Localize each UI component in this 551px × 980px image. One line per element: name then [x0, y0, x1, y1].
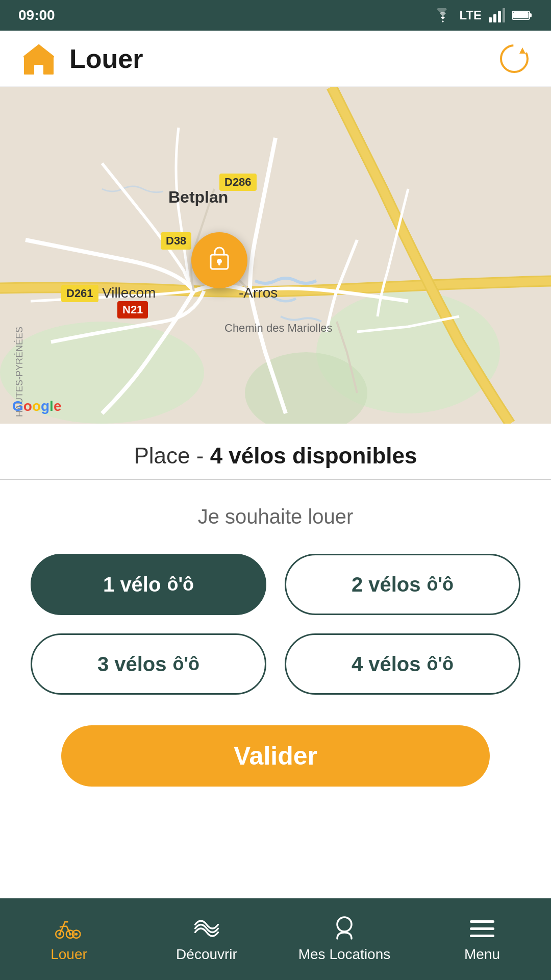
svg-point-8 — [501, 45, 528, 72]
velo-option-3[interactable]: 3 vélos ô'ô — [31, 633, 266, 695]
rental-section: Je souhaite louer 1 vélo ô'ô 2 vélos ô'ô… — [0, 480, 551, 807]
svg-marker-9 — [519, 47, 525, 54]
map-container[interactable]: D286 D38 D261 N21 Betplan Villecom -Arro… — [0, 87, 551, 424]
nav-label-louer: Louer — [51, 946, 87, 963]
lte-badge: LTE — [459, 8, 482, 22]
wifi-icon — [434, 8, 452, 22]
header: Louer — [0, 31, 551, 87]
rental-label: Je souhaite louer — [31, 505, 520, 528]
availability-section: Place - 4 vélos disponibles — [0, 424, 551, 480]
home-icon[interactable] — [20, 40, 57, 77]
nav-item-mes-locations[interactable]: Mes Locations — [276, 916, 413, 963]
availability-text: Place - 4 vélos disponibles — [134, 443, 417, 468]
nav-label-menu: Menu — [464, 946, 500, 963]
google-logo: Google — [12, 398, 61, 414]
valider-wrap: Valider — [31, 725, 520, 787]
svg-rect-0 — [489, 17, 492, 22]
svg-rect-1 — [493, 14, 496, 22]
header-left: Louer — [20, 40, 143, 77]
refresh-button[interactable] — [498, 42, 531, 75]
road-label-n21: N21 — [117, 301, 148, 318]
road-label-d261: D261 — [61, 285, 98, 302]
nav-item-menu[interactable]: Menu — [413, 916, 551, 963]
bike-icon-2: ô'ô — [427, 574, 454, 595]
nav-item-decouvrir[interactable]: Découvrir — [138, 916, 276, 963]
velo-option-4[interactable]: 4 vélos ô'ô — [285, 633, 520, 695]
svg-rect-6 — [513, 12, 529, 18]
velo-option-2[interactable]: 2 vélos ô'ô — [285, 554, 520, 615]
svg-rect-2 — [498, 11, 501, 22]
svg-rect-3 — [503, 8, 505, 22]
place-arros: -Arros — [239, 285, 278, 301]
decouvrir-icon — [191, 916, 222, 941]
place-chemin: Chemin des Mariolles — [224, 322, 333, 335]
map-marker[interactable] — [191, 232, 247, 288]
svg-rect-27 — [470, 935, 494, 937]
menu-icon — [467, 916, 497, 941]
battery-icon — [512, 10, 533, 21]
nav-item-louer[interactable]: Louer — [0, 916, 138, 963]
place-betplan: Betplan — [168, 188, 228, 207]
svg-rect-16 — [218, 261, 220, 265]
status-icons: LTE — [434, 8, 533, 22]
svg-rect-25 — [470, 920, 494, 923]
bottom-nav: Louer Découvrir Mes Locations — [0, 898, 551, 980]
availability-bold: 4 vélos disponibles — [210, 443, 417, 468]
status-bar: 09:00 LTE — [0, 0, 551, 31]
nav-label-mes-locations: Mes Locations — [298, 946, 391, 963]
svg-rect-5 — [530, 13, 532, 17]
nav-label-decouvrir: Découvrir — [176, 946, 237, 963]
svg-rect-26 — [470, 927, 494, 930]
bike-icon-3: ô'ô — [173, 653, 200, 675]
svg-point-22 — [75, 933, 78, 936]
place-villecom: Villecom — [102, 285, 156, 301]
page-title: Louer — [69, 43, 143, 74]
bike-icon-1: ô'ô — [167, 574, 194, 595]
valider-button[interactable]: Valider — [61, 725, 490, 787]
svg-rect-7 — [35, 65, 43, 74]
bike-icon-4: ô'ô — [427, 653, 454, 675]
mes-locations-icon — [329, 916, 360, 941]
velo-option-1[interactable]: 1 vélo ô'ô — [31, 554, 266, 615]
status-time: 09:00 — [18, 7, 55, 23]
velo-options-grid: 1 vélo ô'ô 2 vélos ô'ô 3 vélos ô'ô 4 vél… — [31, 554, 520, 695]
signal-icon — [489, 8, 505, 22]
louer-icon — [54, 916, 84, 941]
road-label-d38: D38 — [161, 232, 191, 250]
svg-point-24 — [337, 917, 352, 932]
